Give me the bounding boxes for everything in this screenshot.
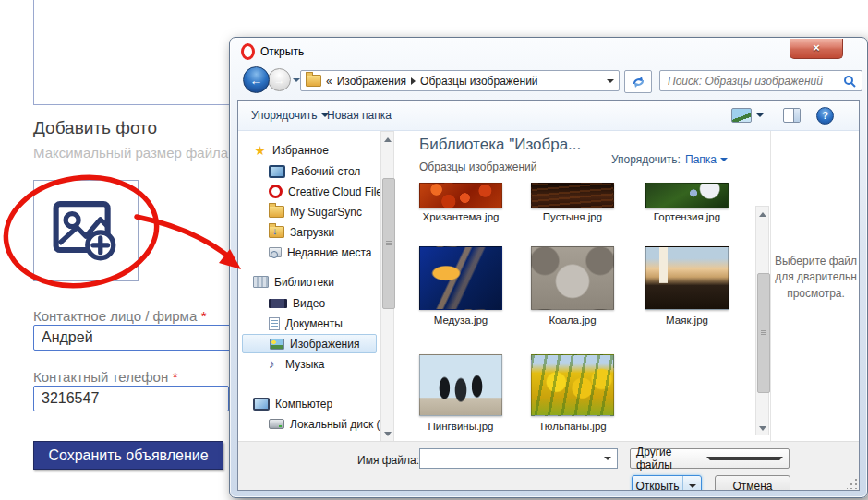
sidebar-group-computer[interactable]: Компьютер [238, 394, 393, 413]
library-subtitle: Образцы изображений [419, 161, 536, 173]
add-photo-title: Добавить фото [33, 118, 157, 138]
file-name[interactable]: Маяк.jpg [632, 315, 742, 326]
filename-input[interactable] [420, 449, 598, 468]
chevron-right-icon [411, 77, 416, 85]
sidebar-scrollbar[interactable] [380, 131, 394, 441]
breadcrumb-item-pictures[interactable]: Изображения [337, 75, 406, 88]
organize-menu-button[interactable]: Упорядочить [251, 101, 329, 130]
scrollbar-grip [761, 330, 766, 335]
scroll-up-button[interactable] [756, 207, 768, 221]
search-input[interactable] [666, 74, 843, 89]
arrange-by-dropdown[interactable]: Папка [685, 153, 728, 166]
file-name[interactable]: Гортензия.jpg [632, 211, 742, 222]
new-folder-button[interactable]: Новая папка [327, 101, 392, 130]
open-button-dropdown[interactable] [682, 476, 701, 491]
dialog-titlebar[interactable]: Открыть [241, 42, 518, 61]
breadcrumb-item-sample-pictures[interactable]: Образцы изображений [420, 75, 537, 88]
preview-pane-icon [783, 108, 801, 123]
cancel-button[interactable]: Отмена [715, 475, 790, 491]
chevron-down-icon[interactable] [604, 457, 611, 460]
arrow-up-icon [384, 137, 392, 142]
sidebar-group-favorites[interactable]: ★ Избранное [238, 140, 393, 160]
phone-input[interactable] [33, 386, 229, 411]
chevron-down-icon [689, 484, 696, 488]
breadcrumb-folder-icon [306, 75, 321, 87]
scroll-down-button[interactable] [381, 426, 393, 441]
contact-name-input[interactable] [33, 325, 242, 351]
scroll-up-button[interactable] [381, 132, 393, 147]
chevron-down-icon [756, 113, 764, 117]
desktop-icon [269, 165, 285, 178]
file-thumb-penguins[interactable] [419, 354, 502, 416]
back-button[interactable]: ← [243, 66, 270, 93]
scroll-down-button[interactable] [756, 421, 768, 435]
file-name[interactable]: Тюльпаны.jpg [517, 421, 628, 432]
files-scrollbar[interactable] [755, 206, 769, 435]
filetype-dropdown[interactable]: Другие файлы [630, 448, 790, 469]
music-icon: ♪ [269, 359, 280, 370]
file-name[interactable]: Медуза.jpg [405, 315, 516, 326]
library-title: Библиотека "Изобра... [419, 136, 581, 154]
file-thumb-lighthouse[interactable] [645, 246, 729, 310]
chevron-down-icon [720, 158, 728, 161]
file-thumb-chrysanthemum[interactable] [419, 183, 502, 208]
history-dropdown-icon[interactable] [293, 78, 300, 82]
file-thumb-hydrangea[interactable] [645, 183, 729, 208]
video-icon [269, 299, 287, 308]
file-name[interactable]: Пингвины.jpg [405, 421, 516, 432]
file-thumb-koala[interactable] [531, 246, 614, 310]
dialog-title: Открыть [260, 45, 304, 58]
preview-pane-button[interactable] [783, 101, 801, 130]
file-thumb-jellyfish[interactable] [419, 246, 502, 310]
command-toolbar: Упорядочить Новая папка ? [238, 101, 859, 131]
required-asterisk: * [201, 308, 207, 324]
file-name[interactable]: Коала.jpg [517, 315, 628, 326]
computer-icon [253, 398, 270, 411]
search-icon[interactable] [843, 75, 856, 88]
save-ad-button[interactable]: Сохранить объявление [33, 441, 223, 470]
file-thumb-tulips[interactable] [531, 354, 614, 416]
dialog-client-area: Упорядочить Новая папка ? [237, 100, 860, 491]
file-thumb-desert[interactable] [531, 183, 614, 208]
help-icon: ? [816, 107, 834, 125]
scrollbar-thumb[interactable] [382, 178, 395, 309]
filename-combobox[interactable] [419, 448, 618, 469]
help-button[interactable]: ? [816, 101, 834, 130]
libraries-icon [253, 276, 269, 288]
sidebar-item-pictures[interactable]: Изображения [242, 334, 377, 353]
refresh-button[interactable] [624, 70, 652, 93]
documents-icon [269, 317, 280, 330]
chevron-down-icon [706, 457, 784, 460]
screen: Добавить фото Максимальный размер файла:… [0, 0, 868, 500]
file-name[interactable]: Хризантема.jpg [405, 211, 516, 222]
views-button[interactable] [731, 101, 764, 130]
disk-icon [269, 419, 284, 429]
forward-button[interactable]: → [268, 68, 291, 91]
arrow-up-icon [759, 212, 766, 217]
max-file-size-note: Максимальный размер файла: 1 [33, 145, 244, 161]
opera-icon [241, 43, 255, 60]
arrow-down-icon [759, 426, 766, 431]
upload-photo-button[interactable] [33, 180, 139, 281]
open-file-dialog: Открыть × ← → « Изображения Образцы изоб… [229, 37, 868, 498]
address-dropdown-icon[interactable] [607, 79, 614, 83]
refresh-icon [632, 76, 645, 89]
pictures-icon [270, 339, 284, 350]
forward-icon: → [274, 74, 285, 87]
filename-label: Имя файла: [357, 454, 419, 467]
arrow-down-icon [384, 432, 392, 436]
resize-grip-icon[interactable] [847, 478, 858, 489]
folder-icon [269, 206, 284, 218]
search-box[interactable] [659, 70, 862, 91]
scrollbar-thumb[interactable] [757, 273, 770, 393]
close-button[interactable]: × [790, 39, 843, 59]
address-bar[interactable]: « Изображения Образцы изображений [300, 70, 620, 91]
open-button[interactable]: Открыть [632, 475, 702, 491]
creative-cloud-icon [269, 185, 283, 198]
breadcrumb-prefix: « [326, 75, 332, 88]
sidebar-group-libraries[interactable]: Библиотеки [238, 272, 393, 292]
preview-placeholder-text: Выберите файл для дварительн просмотра. [774, 254, 859, 302]
red-arrow-icon [137, 217, 232, 259]
downloads-icon [269, 226, 284, 238]
file-name[interactable]: Пустыня.jpg [517, 211, 628, 222]
